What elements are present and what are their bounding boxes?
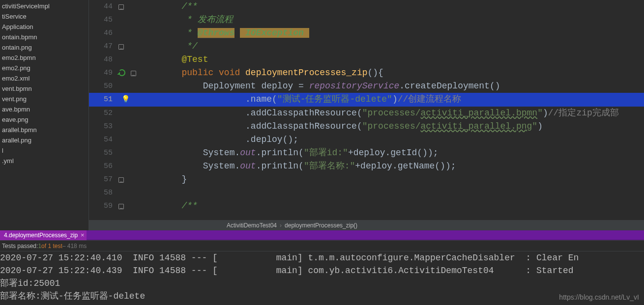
file-tree-item[interactable]: emo2.png: [0, 63, 88, 73]
file-tree-item[interactable]: eave.png: [0, 114, 88, 125]
breadcrumb-sep: ›: [280, 222, 282, 229]
code-text[interactable]: .name("测试-任务监听器-delete")//创建流程名称: [138, 93, 644, 107]
console-line: 2020-07-27 15:22:40.410 INFO 14588 --- […: [0, 251, 644, 264]
line-number: 59: [89, 199, 118, 213]
console-line: 部署id:25001: [0, 277, 644, 290]
file-tree-item[interactable]: l: [0, 145, 88, 156]
fold-icon[interactable]: [131, 71, 136, 76]
code-text[interactable]: * @throws IOException: [138, 27, 644, 40]
code-text[interactable]: */: [138, 40, 644, 53]
file-tree-item[interactable]: ctivitiServiceImpl: [0, 1, 88, 11]
bulb-icon[interactable]: 💡: [121, 95, 130, 103]
code-text[interactable]: @Test: [138, 53, 644, 66]
gutter[interactable]: [118, 0, 138, 13]
code-text[interactable]: .addClasspathResource("processes/activit…: [138, 120, 644, 133]
code-line[interactable]: 56 System.out.println("部署名称:"+deploy.get…: [89, 160, 644, 173]
code-text[interactable]: System.out.println("部署id:"+deploy.getId(…: [138, 146, 644, 160]
gutter[interactable]: [118, 160, 138, 173]
status-of: of 1 test: [41, 243, 62, 250]
code-text[interactable]: public void deploymentProcesses_zip(){: [138, 66, 644, 80]
code-text[interactable]: * 发布流程: [138, 13, 644, 27]
test-status-bar: Tests passed: 1 of 1 test – 418 ms: [0, 240, 644, 251]
code-line[interactable]: 44 /**: [89, 0, 644, 13]
gutter[interactable]: [118, 40, 138, 53]
gutter[interactable]: [118, 186, 138, 199]
line-number: 57: [89, 173, 118, 186]
code-line[interactable]: 57 }: [89, 173, 644, 186]
console-output[interactable]: 2020-07-27 15:22:40.410 INFO 14588 --- […: [0, 251, 644, 305]
code-line[interactable]: 47 */: [89, 40, 644, 53]
breadcrumb-method[interactable]: deploymentProcesses_zip(): [285, 222, 357, 229]
code-area[interactable]: 44 /**45 * 发布流程46 * @throws IOException …: [89, 0, 644, 220]
file-tree-item[interactable]: .yml: [0, 156, 88, 166]
code-line[interactable]: 59 /**: [89, 199, 644, 213]
code-text[interactable]: /**: [138, 199, 644, 213]
code-line[interactable]: 49 public void deploymentProcesses_zip()…: [89, 66, 644, 80]
gutter[interactable]: [118, 173, 138, 186]
file-tree-item[interactable]: arallel.bpmn: [0, 125, 88, 135]
file-tree-item[interactable]: Application: [0, 22, 88, 32]
close-icon[interactable]: ×: [81, 231, 85, 239]
fold-icon[interactable]: [118, 204, 124, 209]
line-number: 50: [89, 80, 118, 93]
file-tree-item[interactable]: emo2.xml: [0, 73, 88, 83]
code-text[interactable]: Deployment deploy = repositoryService.cr…: [138, 80, 644, 93]
code-text[interactable]: System.out.println("部署名称:"+deploy.getNam…: [138, 160, 644, 173]
code-editor[interactable]: 44 /**45 * 发布流程46 * @throws IOException …: [88, 0, 644, 230]
gutter[interactable]: [118, 13, 138, 27]
project-tree[interactable]: ctivitiServiceImpltiServiceApplicationon…: [0, 0, 88, 230]
gutter[interactable]: [118, 146, 138, 160]
gutter[interactable]: 💡: [118, 93, 138, 107]
status-time: – 418 ms: [62, 243, 87, 250]
file-tree-item[interactable]: tiService: [0, 11, 88, 22]
line-number: 47: [89, 40, 118, 53]
gutter[interactable]: [118, 80, 138, 93]
code-line[interactable]: 46 * @throws IOException: [89, 27, 644, 40]
watermark: https://blog.csdn.net/Lv_vI: [559, 293, 639, 301]
gutter[interactable]: [118, 53, 138, 66]
console-line: 部署名称:测试-任务监听器-delete: [0, 290, 644, 303]
code-line[interactable]: 50 Deployment deploy = repositoryService…: [89, 80, 644, 93]
code-text[interactable]: .deploy();: [138, 133, 644, 146]
code-line[interactable]: 55 System.out.println("部署id:"+deploy.get…: [89, 146, 644, 160]
gutter[interactable]: [118, 66, 138, 80]
file-tree-item[interactable]: vent.png: [0, 94, 88, 104]
gutter[interactable]: [118, 107, 138, 120]
line-number: 56: [89, 160, 118, 173]
code-line[interactable]: 45 * 发布流程: [89, 13, 644, 27]
fold-icon[interactable]: [118, 44, 124, 50]
file-tree-item[interactable]: vent.bpmn: [0, 83, 88, 94]
code-line[interactable]: 58: [89, 186, 644, 199]
code-line[interactable]: 52 .addClasspathResource("processes/acti…: [89, 107, 644, 120]
fold-icon[interactable]: [118, 4, 124, 10]
code-line[interactable]: 53 .addClasspathResource("processes/acti…: [89, 120, 644, 133]
line-number: 48: [89, 53, 118, 66]
run-tab[interactable]: 4.deploymentProcesses_zip ×: [0, 230, 87, 240]
line-number: 52: [89, 107, 118, 120]
fold-icon[interactable]: [118, 177, 124, 183]
gutter[interactable]: [118, 199, 138, 213]
code-text[interactable]: [138, 186, 644, 199]
file-tree-item[interactable]: arallel.png: [0, 135, 88, 145]
line-number: 44: [89, 0, 118, 13]
tab-label: 4.deploymentProcesses_zip: [4, 232, 78, 239]
line-number: 53: [89, 120, 118, 133]
gutter[interactable]: [118, 27, 138, 40]
code-text[interactable]: }: [138, 173, 644, 186]
code-line[interactable]: 54 .deploy();: [89, 133, 644, 146]
file-tree-item[interactable]: ontain.bpmn: [0, 32, 88, 42]
file-tree-item[interactable]: emo2.bpmn: [0, 53, 88, 63]
code-line[interactable]: 48 @Test: [89, 53, 644, 66]
gutter[interactable]: [118, 133, 138, 146]
status-label: Tests passed:: [2, 243, 38, 250]
code-text[interactable]: .addClasspathResource("processes/activit…: [138, 107, 644, 120]
code-line[interactable]: 51💡 .name("测试-任务监听器-delete")//创建流程名称: [89, 93, 644, 107]
gutter[interactable]: [118, 120, 138, 133]
code-text[interactable]: /**: [138, 0, 644, 13]
file-tree-item[interactable]: ave.bpmn: [0, 104, 88, 114]
run-icon[interactable]: [118, 69, 125, 76]
breadcrumb-class[interactable]: ActivitiDemoTest04: [227, 222, 277, 229]
file-tree-item[interactable]: ontain.png: [0, 42, 88, 53]
breadcrumb[interactable]: ActivitiDemoTest04 › deploymentProcesses…: [89, 220, 644, 230]
line-number: 55: [89, 146, 118, 160]
